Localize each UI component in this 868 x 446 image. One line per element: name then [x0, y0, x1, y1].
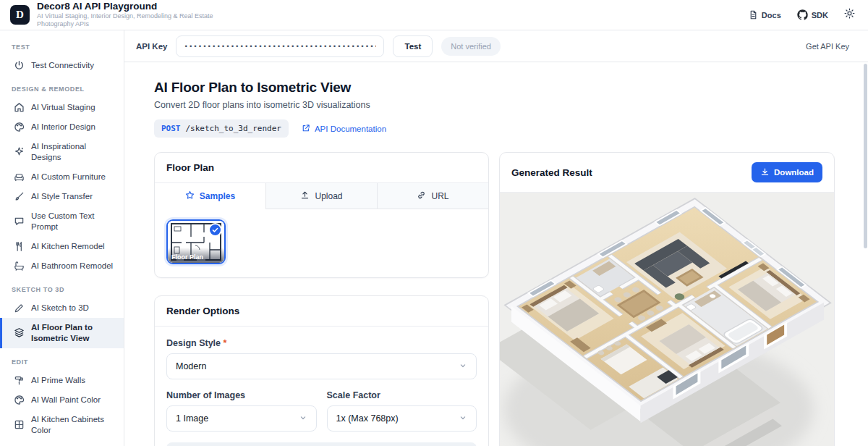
sidebar-item-label: AI Kitchen Remodel [31, 241, 105, 252]
sparkles-icon [14, 146, 25, 157]
sidebar-section-sketch-to-3d: SKETCH TO 3D [0, 276, 124, 298]
api-key-bar: API Key Test Not verified Get API Key [124, 30, 868, 62]
sidebar-item-custom-furniture[interactable]: AI Custom Furniture [0, 167, 124, 187]
sidebar-item-label: AI Prime Walls [31, 375, 85, 386]
sidebar-section-edit: EDIT [0, 348, 124, 371]
app-logo: D [10, 5, 30, 25]
main-content: AI Floor Plan to Isometric View Convert … [124, 62, 868, 446]
scale-factor-value: 1x (Max 768px) [336, 413, 399, 424]
sdk-label: SDK [812, 11, 828, 20]
floor-plan-card-title: Floor Plan [155, 153, 488, 183]
chat-icon [14, 216, 25, 227]
sidebar-item-wall-paint-color[interactable]: AI Wall Paint Color [0, 390, 124, 410]
link-icon [417, 190, 426, 202]
sdk-link[interactable]: SDK [797, 9, 828, 20]
page-subtitle: Convert 2D floor plans into isometric 3D… [154, 100, 835, 110]
endpoint-path: /sketch_to_3d_render [186, 124, 281, 133]
test-api-key-button[interactable]: Test [393, 35, 433, 57]
pencil-icon [14, 303, 25, 314]
sidebar-item-label: AI Virtual Staging [31, 102, 95, 113]
sidebar-item-furniture-removal[interactable]: AI Furniture Removal [0, 440, 124, 446]
sidebar-item-interior-design[interactable]: AI Interior Design [0, 117, 124, 137]
sidebar-item-style-transfer[interactable]: AI Style Transfer [0, 187, 124, 206]
sample-caption: Floor Plan [168, 248, 224, 263]
docs-link[interactable]: Docs [749, 10, 781, 20]
api-key-label: API Key [136, 42, 167, 51]
tab-url[interactable]: URL [377, 183, 488, 209]
selected-check-icon [208, 223, 222, 237]
scale-factor-label: Scale Factor [327, 390, 477, 400]
design-style-select[interactable]: Modern [166, 353, 477, 379]
sidebar-item-sketch-to-3d[interactable]: AI Sketch to 3D [0, 298, 124, 318]
sidebar-item-label: AI Inspirational Designs [31, 141, 116, 163]
sidebar-item-label: AI Sketch to 3D [31, 303, 89, 314]
sidebar-item-test-connectivity[interactable]: Test Connectivity [0, 56, 124, 75]
sidebar-item-bathroom-remodel[interactable]: AI Bathroom Remodel [0, 256, 124, 276]
palette-icon [14, 122, 25, 132]
scale-factor-select[interactable]: 1x (Max 768px) [327, 405, 477, 432]
sidebar-item-virtual-staging[interactable]: AI Virtual Staging [0, 98, 124, 117]
download-button-label: Download [774, 168, 814, 177]
api-documentation-link[interactable]: API Documentation [302, 124, 386, 134]
cabinet-grid-icon [14, 419, 25, 430]
tab-samples-label: Samples [200, 191, 235, 201]
get-api-key-link[interactable]: Get API Key [806, 42, 849, 51]
palette-icon [14, 395, 25, 405]
upload-icon [300, 190, 310, 202]
api-documentation-label: API Documentation [315, 125, 386, 133]
github-icon [797, 9, 808, 20]
verification-status-badge: Not verified [441, 37, 501, 56]
download-button[interactable]: Download [752, 162, 822, 182]
paint-roller-icon [14, 375, 25, 386]
sidebar-item-label: AI Interior Design [31, 122, 95, 132]
sidebar-item-inspirational-designs[interactable]: AI Inspirational Designs [0, 137, 124, 167]
page-title: AI Floor Plan to Isometric View [154, 80, 835, 96]
chevron-down-icon [459, 361, 467, 372]
app-subtitle: AI Virtual Staging, Interior Design, Rem… [37, 12, 232, 29]
source-tabs: Samples Upload URL [155, 183, 488, 209]
document-icon [749, 10, 758, 20]
app-header: D Decor8 AI API Playground AI Virtual St… [0, 0, 868, 30]
tab-upload-label: Upload [315, 191, 342, 201]
sidebar-item-kitchen-cabinets-color[interactable]: AI Kitchen Cabinets Color [0, 410, 124, 440]
sidebar-item-label: AI Custom Furniture [31, 172, 106, 182]
sidebar: TEST Test Connectivity DESIGN & REMODEL … [0, 30, 124, 446]
sidebar-section-test: TEST [0, 33, 124, 56]
number-of-images-label: Number of Images [166, 390, 317, 400]
header-titles: Decor8 AI API Playground AI Virtual Stag… [37, 1, 232, 28]
tab-samples[interactable]: Samples [155, 183, 265, 209]
sidebar-item-label: AI Wall Paint Color [31, 395, 101, 405]
docs-label: Docs [762, 11, 781, 20]
number-of-images-value: 1 Image [176, 413, 208, 424]
isometric-render-svg [500, 193, 834, 446]
sidebar-item-kitchen-remodel[interactable]: AI Kitchen Remodel [0, 237, 124, 256]
sidebar-item-floor-plan-to-isometric[interactable]: AI Floor Plan to Isometric View [0, 318, 124, 348]
generated-result-title: Generated Result [511, 167, 592, 178]
design-style-value: Modern [176, 361, 206, 371]
tab-upload[interactable]: Upload [265, 183, 377, 209]
vertical-scrollbar[interactable] [864, 64, 867, 248]
theme-toggle-button[interactable] [844, 8, 855, 22]
star-icon [185, 190, 195, 202]
api-key-input[interactable] [176, 35, 384, 57]
sidebar-item-label: Use Custom Text Prompt [31, 211, 116, 232]
design-style-label: Design Style * [166, 338, 477, 348]
download-icon [760, 167, 770, 178]
sofa-icon [14, 172, 25, 182]
sidebar-item-label: AI Bathroom Remodel [31, 261, 113, 272]
sample-floor-plan-thumbnail[interactable]: Floor Plan [166, 219, 226, 264]
sidebar-section-design-remodel: DESIGN & REMODEL [0, 75, 124, 98]
render-options-card: Render Options Design Style * Modern [154, 295, 489, 446]
app-title: Decor8 AI API Playground [37, 1, 232, 12]
http-method: POST [161, 124, 181, 133]
chevron-down-icon [459, 413, 467, 424]
brush-icon [14, 191, 25, 202]
generated-result-image [500, 193, 834, 446]
sun-icon [844, 8, 855, 22]
sidebar-item-label: Test Connectivity [31, 60, 94, 71]
sidebar-item-label: AI Style Transfer [31, 191, 93, 202]
number-of-images-select[interactable]: 1 Image [166, 405, 317, 432]
sidebar-item-prime-walls[interactable]: AI Prime Walls [0, 371, 124, 390]
sidebar-item-custom-text-prompt[interactable]: Use Custom Text Prompt [0, 206, 124, 237]
endpoint-badge: POST /sketch_to_3d_render [154, 119, 289, 138]
